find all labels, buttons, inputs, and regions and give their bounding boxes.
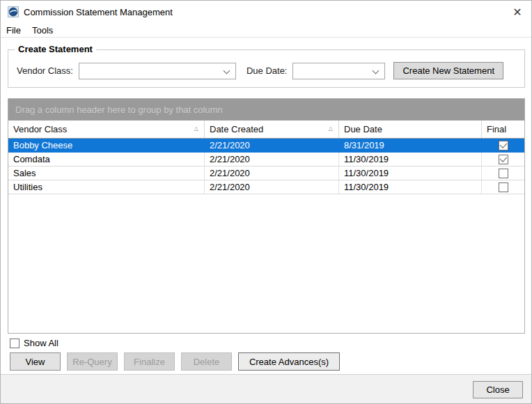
column-header-vendor-class[interactable]: Vendor Class △ xyxy=(8,121,205,138)
vendor-class-label: Vendor Class: xyxy=(17,65,73,76)
finalize-button[interactable]: Finalize xyxy=(124,352,175,371)
cell-final xyxy=(482,139,524,152)
create-statement-group-label: Create Statement xyxy=(15,44,96,54)
title-bar: Commission Statement Management ✕ xyxy=(1,1,531,23)
show-all-checkbox[interactable] xyxy=(10,339,19,348)
column-header-final[interactable]: Final xyxy=(482,121,524,138)
menu-bar: File Tools xyxy=(1,23,531,38)
final-checkbox[interactable] xyxy=(499,155,508,164)
delete-button[interactable]: Delete xyxy=(181,352,232,371)
cell-due-date: 11/30/2019 xyxy=(339,180,482,194)
menu-file[interactable]: File xyxy=(1,24,26,37)
statements-grid: Drag a column header here to group by th… xyxy=(8,98,525,334)
cell-due-date: 8/31/2019 xyxy=(339,139,482,152)
grid-column-headers: Vendor Class △ Date Created △ Due Date F… xyxy=(8,121,524,139)
sort-ascending-icon: △ xyxy=(329,126,333,132)
cell-final xyxy=(482,180,524,194)
cell-vendor-class: Comdata xyxy=(8,153,205,166)
final-checkbox[interactable] xyxy=(499,182,508,192)
close-window-icon[interactable]: ✕ xyxy=(509,3,526,20)
window-title: Commission Statement Management xyxy=(24,7,173,17)
create-statement-row: Vendor Class: Due Date: Create New State… xyxy=(17,62,519,79)
table-row[interactable]: Utilities 2/21/2020 11/30/2019 xyxy=(8,180,524,194)
cell-date-created: 2/21/2020 xyxy=(205,139,339,152)
view-button[interactable]: View xyxy=(10,352,61,371)
grid-empty-area xyxy=(8,194,524,333)
cell-vendor-class: Sales xyxy=(8,166,205,180)
due-date-dropdown[interactable] xyxy=(292,63,385,79)
create-advances-button[interactable]: Create Advances(s) xyxy=(238,352,340,371)
commission-statement-window: Commission Statement Management ✕ File T… xyxy=(0,0,532,404)
chevron-down-icon xyxy=(373,67,380,74)
close-button[interactable]: Close xyxy=(473,381,523,398)
chevron-down-icon xyxy=(223,67,230,74)
final-checkbox[interactable] xyxy=(499,169,508,178)
create-new-statement-button[interactable]: Create New Statement xyxy=(393,62,503,79)
create-statement-groupbox: Create Statement Vendor Class: Due Date:… xyxy=(8,49,525,88)
table-row[interactable]: Comdata 2/21/2020 11/30/2019 xyxy=(8,153,524,166)
cell-vendor-class: Bobby Cheese xyxy=(8,139,205,152)
action-button-row: View Re-Query Finalize Delete Create Adv… xyxy=(10,352,340,371)
menu-tools[interactable]: Tools xyxy=(26,24,58,37)
cell-final xyxy=(482,166,524,180)
cell-due-date: 11/30/2019 xyxy=(339,153,482,166)
final-checkbox[interactable] xyxy=(499,141,508,150)
cell-final xyxy=(482,153,524,166)
vendor-class-dropdown[interactable] xyxy=(79,63,236,79)
column-header-due-date[interactable]: Due Date xyxy=(339,121,482,138)
column-header-date-created[interactable]: Date Created △ xyxy=(205,121,339,138)
group-by-bar[interactable]: Drag a column header here to group by th… xyxy=(8,99,524,121)
show-all-option: Show All xyxy=(10,338,58,348)
show-all-label: Show All xyxy=(24,338,58,348)
cell-vendor-class: Utilities xyxy=(8,180,205,194)
re-query-button[interactable]: Re-Query xyxy=(67,352,118,371)
sort-ascending-icon: △ xyxy=(194,126,198,132)
table-row[interactable]: Sales 2/21/2020 11/30/2019 xyxy=(8,166,524,180)
cell-date-created: 2/21/2020 xyxy=(205,166,339,180)
footer-strip: Close xyxy=(1,374,531,403)
cell-date-created: 2/21/2020 xyxy=(205,153,339,166)
cell-due-date: 11/30/2019 xyxy=(339,166,482,180)
table-row[interactable]: Bobby Cheese 2/21/2020 8/31/2019 xyxy=(8,139,524,153)
cell-date-created: 2/21/2020 xyxy=(205,180,339,194)
app-icon xyxy=(8,6,19,17)
due-date-label: Due Date: xyxy=(247,65,288,76)
